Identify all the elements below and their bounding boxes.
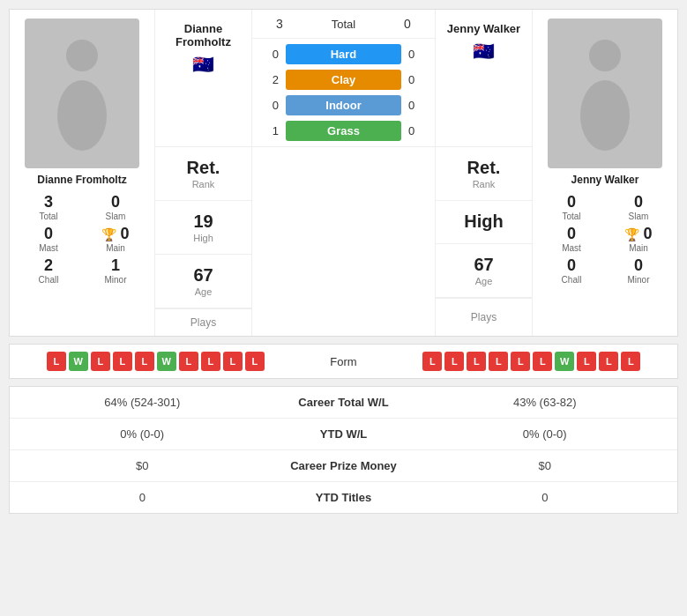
left-plays-cell: Plays <box>155 308 251 336</box>
svg-point-0 <box>66 40 98 71</box>
surface-total-cell: 3 Total 0 0 Hard 0 2 Clay <box>252 10 435 146</box>
left-trophy-icon: 🏆 <box>101 227 116 241</box>
left-total-value: 3 <box>17 193 80 212</box>
grass-left: 1 <box>261 124 279 137</box>
career-stats-row: 0 YTD Titles 0 <box>10 482 677 513</box>
left-high-label: High <box>193 233 213 243</box>
right-chall-value: 0 <box>540 256 603 275</box>
stats-body-row: Ret. Rank 19 High 67 Age Plays <box>155 147 532 336</box>
form-badge-right: L <box>599 352 618 371</box>
right-rank-value: Ret. <box>467 158 501 178</box>
left-slam-label: Slam <box>84 212 147 221</box>
left-chall-value: 2 <box>17 256 80 275</box>
left-stats-grid: 3 Total 0 Slam 0 Mast 🏆 0 Main <box>17 193 147 285</box>
form-badge-left: L <box>245 352 265 371</box>
right-main-value: 🏆 0 <box>607 225 670 243</box>
stats-center: YTD Titles <box>265 491 423 504</box>
right-high-cell: High <box>436 201 532 244</box>
right-main-label: Main <box>607 243 670 253</box>
player-comparison: Dianne Fromholtz 3 Total 0 Slam 0 Mast <box>9 9 678 337</box>
left-stat-chall: 2 Chall <box>17 256 80 285</box>
form-badge-left: L <box>201 352 220 371</box>
surface-total-row: 3 Total 0 <box>252 10 435 39</box>
stats-left: $0 <box>20 459 265 472</box>
right-trophy-icon: 🏆 <box>624 227 639 241</box>
right-age-label: Age <box>475 276 493 286</box>
stats-right: 0 <box>423 491 668 504</box>
right-stat-chall: 0 Chall <box>540 256 603 285</box>
left-minor-value: 1 <box>84 256 147 275</box>
right-name-cell: Jenny Walker 🇦🇺 <box>435 10 532 146</box>
left-mast-value: 0 <box>17 225 80 243</box>
grass-badge: Grass <box>286 121 401 141</box>
right-high-value: High <box>464 212 503 232</box>
stats-left: 0 <box>20 491 265 504</box>
middle-section: Dianne Fromholtz 🇦🇺 3 Total 0 <box>155 10 532 336</box>
form-badge-right: L <box>467 352 486 371</box>
right-chall-label: Chall <box>540 275 603 285</box>
silhouette-svg-left <box>47 36 117 151</box>
surface-rows: 0 Hard 0 2 Clay 0 0 Indoor 0 <box>252 39 435 146</box>
surface-row-grass: 1 Grass 0 <box>261 121 426 141</box>
right-rank-label: Rank <box>473 179 496 189</box>
right-mast-label: Mast <box>540 243 603 253</box>
left-high-cell: 19 High <box>155 201 251 255</box>
stats-center: YTD W/L <box>265 427 423 441</box>
right-stats-col: Ret. Rank High 67 Age Plays <box>435 147 532 336</box>
right-silhouette <box>548 19 662 168</box>
clay-left: 2 <box>261 73 279 86</box>
right-stat-mast: 0 Mast <box>540 225 603 253</box>
form-badge-right: L <box>511 352 530 371</box>
right-stats-grid: 0 Total 0 Slam 0 Mast 🏆 0 Main <box>540 193 670 285</box>
hard-left: 0 <box>261 48 279 61</box>
stats-left: 64% (524-301) <box>20 396 265 409</box>
form-badge-right: L <box>621 352 640 371</box>
hard-badge: Hard <box>286 44 401 64</box>
right-plays-label: Plays <box>471 311 497 323</box>
right-total-label: Total <box>540 212 603 221</box>
form-badge-left: L <box>91 352 110 371</box>
right-age-value: 67 <box>474 255 493 275</box>
top-names-row: Dianne Fromholtz 🇦🇺 3 Total 0 <box>155 10 532 147</box>
left-player-card: Dianne Fromholtz 3 Total 0 Slam 0 Mast <box>10 10 155 336</box>
form-badge-left: L <box>135 352 154 371</box>
stats-center: Career Total W/L <box>265 396 423 409</box>
stats-right: $0 <box>423 459 668 472</box>
career-stats-row: 0% (0-0) YTD W/L 0% (0-0) <box>10 419 677 450</box>
indoor-left: 0 <box>261 99 279 112</box>
form-badge-right: L <box>577 352 596 371</box>
left-center-name: Dianne Fromholtz <box>160 19 247 50</box>
form-badge-left: W <box>69 352 88 371</box>
left-stat-total: 3 Total <box>17 193 80 221</box>
stats-right: 0% (0-0) <box>423 427 668 441</box>
total-left-val: 3 <box>266 17 293 31</box>
left-high-value: 19 <box>193 212 213 232</box>
right-age-cell: 67 Age <box>436 244 532 298</box>
left-total-label: Total <box>17 212 80 221</box>
right-total-value: 0 <box>540 193 603 212</box>
right-stat-total: 0 Total <box>540 193 603 221</box>
career-stats-row: 64% (524-301) Career Total W/L 43% (63-8… <box>10 387 677 419</box>
svg-point-1 <box>57 80 107 151</box>
right-stat-slam: 0 Slam <box>607 193 670 221</box>
right-slam-value: 0 <box>607 193 670 212</box>
left-rank-label: Rank <box>192 179 215 189</box>
form-badge-left: L <box>113 352 132 371</box>
left-chall-label: Chall <box>17 275 80 285</box>
left-player-photo <box>25 19 139 168</box>
clay-right: 0 <box>408 73 426 86</box>
form-badge-left: L <box>47 352 66 371</box>
silhouette-svg-right <box>570 36 640 151</box>
form-badges-right: LLLLLLWLLL <box>397 352 668 371</box>
form-badge-right: L <box>444 352 464 371</box>
surface-row-clay: 2 Clay 0 <box>261 70 426 90</box>
left-player-name: Dianne Fromholtz <box>37 174 126 186</box>
right-minor-label: Minor <box>607 275 670 285</box>
left-flag: 🇦🇺 <box>160 54 247 77</box>
svg-point-3 <box>580 80 630 151</box>
right-flag: 🇦🇺 <box>440 41 527 63</box>
right-trophy-main: 🏆 0 Main <box>607 225 670 253</box>
grass-right: 0 <box>408 124 426 137</box>
left-slam-value: 0 <box>84 193 147 212</box>
right-player-photo <box>548 19 662 168</box>
